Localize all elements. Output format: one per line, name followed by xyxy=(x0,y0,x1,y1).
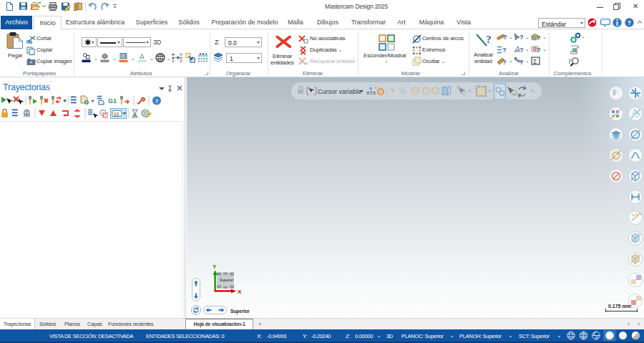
svg-text:?: ? xyxy=(628,19,632,26)
svg-text:10: 10 xyxy=(114,112,119,117)
svg-text:!: ! xyxy=(76,4,77,10)
svg-text:?: ? xyxy=(519,34,524,41)
svg-text:?: ? xyxy=(502,47,507,54)
svg-text:Σ: Σ xyxy=(533,58,537,65)
svg-text:?: ? xyxy=(519,59,524,66)
svg-text:?: ? xyxy=(519,47,524,54)
svg-text:?: ? xyxy=(502,59,507,66)
svg-text:?: ? xyxy=(503,34,507,41)
svg-text:Superior: Superior xyxy=(230,309,250,314)
svg-text:0.175 mm: 0.175 mm xyxy=(608,304,631,309)
svg-text:?: ? xyxy=(486,34,492,45)
svg-text:?: ? xyxy=(537,47,541,54)
svg-text:?: ? xyxy=(155,98,159,105)
svg-text:Cursor variable: Cursor variable xyxy=(318,88,361,95)
svg-text:x†z: x†z xyxy=(366,90,376,96)
svg-text:Y: Y xyxy=(213,264,217,270)
svg-text:?: ? xyxy=(537,34,541,42)
svg-text:G1: G1 xyxy=(108,97,117,105)
svg-text:*: * xyxy=(375,86,377,91)
